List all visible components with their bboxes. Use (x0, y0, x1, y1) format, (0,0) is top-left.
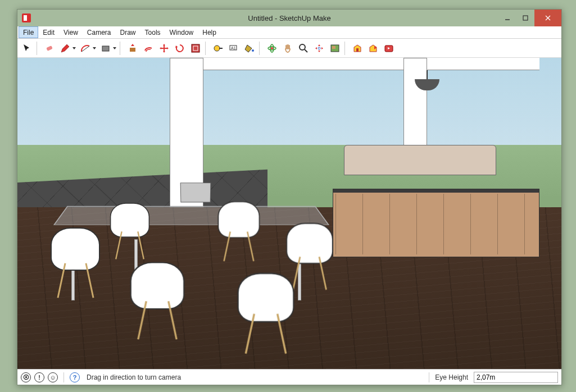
statusbar: ⦿ ! ☺ ? Drag in direction to turn camera… (17, 369, 561, 385)
svg-rect-4 (46, 45, 53, 51)
viewport-3d[interactable] (17, 58, 561, 369)
tape-measure-tool[interactable] (211, 41, 225, 56)
menu-window[interactable]: Window (165, 26, 198, 38)
menu-help[interactable]: Help (198, 26, 221, 38)
menu-file[interactable]: File (19, 26, 38, 38)
svg-line-19 (305, 49, 307, 52)
menubar: File Edit View Camera Draw Tools Window … (17, 26, 561, 39)
rotate-tool[interactable] (173, 41, 187, 56)
zoom-extents-tool[interactable] (312, 41, 326, 56)
text-tool[interactable]: A1 (226, 41, 241, 56)
svg-point-17 (271, 47, 273, 49)
status-hint: Drag in direction to turn camera (87, 373, 181, 381)
offset-tool[interactable] (141, 41, 156, 56)
scale-tool[interactable] (188, 41, 203, 56)
pan-tool[interactable] (280, 41, 295, 56)
pencil-dropdown[interactable] (71, 41, 77, 56)
titlebar[interactable]: Untitled - SketchUp Make (17, 10, 561, 26)
warehouse-tool[interactable] (350, 41, 365, 56)
share-model-tool[interactable] (366, 41, 380, 56)
zoom-tool[interactable] (296, 41, 311, 56)
menu-camera[interactable]: Camera (83, 26, 116, 38)
scene-render (17, 58, 561, 369)
eye-height-label: Eye Height (435, 373, 468, 381)
credits-icon[interactable]: ! (34, 372, 44, 382)
arc-tool[interactable] (78, 41, 93, 56)
pushpull-tool[interactable] (125, 41, 140, 56)
paint-bucket-tool[interactable] (242, 41, 257, 56)
orbit-tool[interactable] (265, 41, 279, 56)
select-tool[interactable] (20, 41, 34, 56)
toolbar: A1 (17, 39, 561, 58)
menu-edit[interactable]: Edit (38, 26, 59, 38)
help-icon[interactable]: ? (70, 372, 80, 382)
svg-text:A1: A1 (231, 46, 236, 50)
window-controls (498, 10, 561, 26)
svg-rect-1 (523, 16, 528, 20)
maximize-button[interactable] (516, 10, 534, 26)
svg-point-18 (300, 44, 305, 50)
extension-warehouse-tool[interactable] (382, 41, 396, 56)
svg-point-20 (318, 47, 320, 49)
svg-rect-6 (102, 46, 109, 51)
sketchup-app-icon (22, 13, 31, 22)
eraser-tool[interactable] (42, 41, 57, 56)
pencil-tool[interactable] (58, 41, 72, 56)
window-title: Untitled - SketchUp Make (17, 14, 561, 22)
svg-point-10 (214, 45, 220, 51)
minimize-button[interactable] (498, 10, 516, 26)
close-button[interactable] (534, 10, 561, 26)
svg-point-14 (252, 49, 254, 52)
move-tool[interactable] (157, 41, 171, 56)
previous-view-tool[interactable] (328, 41, 342, 56)
shape-tool[interactable] (98, 41, 113, 56)
svg-rect-7 (130, 48, 135, 52)
menu-tools[interactable]: Tools (140, 26, 165, 38)
menu-view[interactable]: View (59, 26, 83, 38)
svg-rect-8 (192, 44, 199, 52)
user-icon[interactable]: ☺ (48, 372, 58, 382)
app-window: Untitled - SketchUp Make File Edit View … (17, 9, 562, 385)
svg-rect-22 (332, 46, 335, 49)
menu-draw[interactable]: Draw (116, 26, 140, 38)
geo-location-icon[interactable]: ⦿ (21, 372, 31, 382)
svg-rect-23 (356, 48, 359, 52)
shape-dropdown[interactable] (112, 41, 117, 56)
arc-dropdown[interactable] (92, 41, 97, 56)
eye-height-input[interactable] (474, 372, 558, 383)
